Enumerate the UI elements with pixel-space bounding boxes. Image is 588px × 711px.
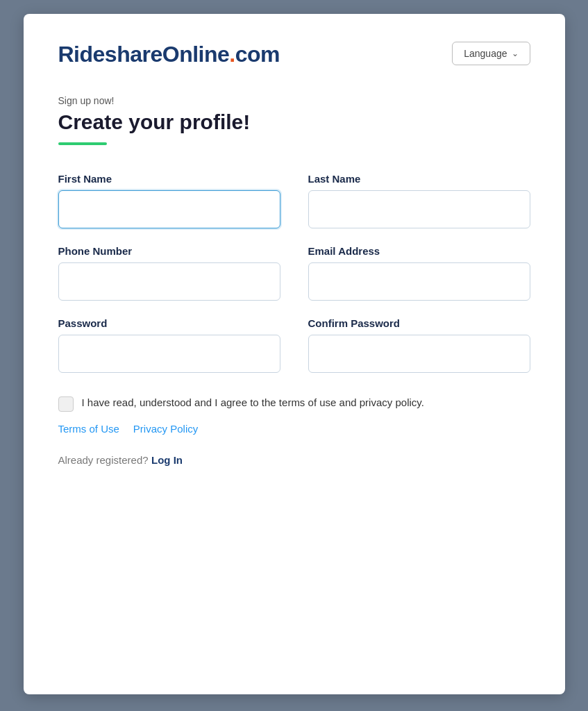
- terms-checkbox[interactable]: [58, 396, 74, 412]
- title-underline: [58, 142, 107, 145]
- already-registered-row: Already registered? Log In: [58, 454, 530, 467]
- password-input[interactable]: [58, 335, 280, 373]
- confirm-password-input[interactable]: [308, 335, 530, 373]
- email-input[interactable]: [308, 262, 530, 301]
- language-label: Language: [464, 48, 507, 59]
- last-name-label: Last Name: [308, 173, 530, 185]
- terms-of-use-link[interactable]: Terms of Use: [58, 423, 119, 435]
- signup-card: RideshareOnline.com Language ⌄ Sign up n…: [24, 14, 565, 694]
- logo-text-after: com: [235, 42, 280, 67]
- last-name-group: Last Name: [308, 173, 530, 228]
- privacy-policy-link[interactable]: Privacy Policy: [133, 423, 198, 435]
- confirm-password-label: Confirm Password: [308, 317, 530, 329]
- language-button[interactable]: Language ⌄: [452, 42, 530, 65]
- terms-section: I have read, understood and I agree to t…: [58, 395, 530, 412]
- chevron-down-icon: ⌄: [512, 49, 519, 58]
- phone-input[interactable]: [58, 262, 280, 301]
- form-grid: First Name Last Name Phone Number Email …: [58, 173, 530, 373]
- signup-label: Sign up now!: [58, 95, 530, 106]
- page-title: Create your profile!: [58, 110, 530, 134]
- first-name-group: First Name: [58, 173, 280, 228]
- email-label: Email Address: [308, 245, 530, 257]
- last-name-input[interactable]: [308, 190, 530, 228]
- already-registered-text: Already registered?: [58, 454, 149, 466]
- terms-links: Terms of Use Privacy Policy: [58, 423, 530, 435]
- phone-number-group: Phone Number: [58, 245, 280, 301]
- logo-text-before: RideshareOnline: [58, 42, 230, 67]
- header-row: RideshareOnline.com Language ⌄: [58, 42, 530, 67]
- terms-text: I have read, understood and I agree to t…: [82, 395, 424, 411]
- first-name-label: First Name: [58, 173, 280, 185]
- first-name-input[interactable]: [58, 190, 280, 228]
- logo-dot: .: [229, 42, 235, 67]
- phone-label: Phone Number: [58, 245, 280, 257]
- email-group: Email Address: [308, 245, 530, 301]
- logo: RideshareOnline.com: [58, 42, 280, 67]
- login-link[interactable]: Log In: [151, 454, 183, 466]
- confirm-password-group: Confirm Password: [308, 317, 530, 373]
- password-label: Password: [58, 317, 280, 329]
- password-group: Password: [58, 317, 280, 373]
